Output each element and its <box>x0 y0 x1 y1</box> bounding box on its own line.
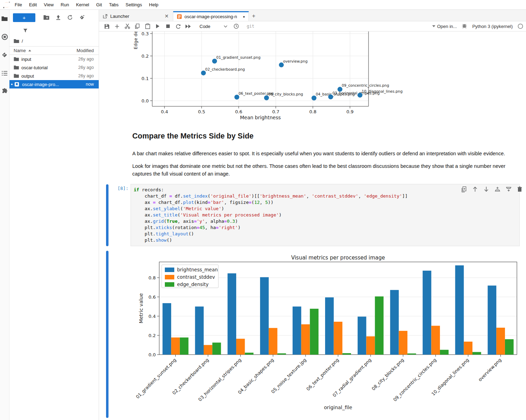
svg-text:0.4: 0.4 <box>148 314 156 319</box>
move-up-icon[interactable] <box>471 185 479 193</box>
code-line: plt.xticks(rotation=45, ha='right') <box>134 225 517 231</box>
svg-text:0.0: 0.0 <box>141 98 149 104</box>
svg-text:original_file: original_file <box>324 405 352 410</box>
code-line: chart_df = df.set_index('original_file')… <box>134 193 517 199</box>
duplicate-cell-icon[interactable] <box>460 185 468 193</box>
new-tab-button[interactable]: + <box>249 11 259 21</box>
svg-text:brightness_mean: brightness_mean <box>177 267 218 272</box>
git-clone-icon[interactable] <box>76 13 88 22</box>
svg-text:02_checkerboard.png: 02_checkerboard.png <box>171 357 210 396</box>
cell-type-select[interactable]: Code <box>199 24 227 29</box>
file-row-oscar-tutorial[interactable]: oscar-tutorial26y ago <box>9 63 99 72</box>
kernel-idle-circle-icon[interactable] <box>518 23 523 29</box>
insert-above-icon[interactable] <box>493 185 502 193</box>
file-browser-icon[interactable] <box>0 13 9 24</box>
sort-by-name-header[interactable]: Name <box>14 48 70 53</box>
file-modified: 26y ago <box>70 65 99 70</box>
svg-text:Mean brightness: Mean brightness <box>240 115 281 120</box>
dirty-indicator-icon[interactable]: ● <box>243 15 245 19</box>
open-in-dropdown[interactable]: Open in... <box>432 24 457 29</box>
markdown-paragraph: Look for images that dominate one metric… <box>132 162 510 178</box>
bug-icon[interactable] <box>462 23 467 30</box>
code-line: ax.set_title('Visual metrics per process… <box>134 212 517 218</box>
insert-below-icon[interactable] <box>504 185 513 193</box>
move-down-icon[interactable] <box>482 185 490 193</box>
menu-file[interactable]: File <box>11 0 26 10</box>
file-name: input <box>21 57 70 62</box>
delete-cell-icon[interactable] <box>516 185 524 193</box>
file-browser-panel: + / Name Modified input26y agooscar-tuto… <box>9 10 99 420</box>
kernel-name[interactable]: Python 3 (ipykernel) <box>472 24 513 29</box>
file-name: oscar-tutorial <box>21 65 70 70</box>
menu-settings[interactable]: Settings <box>122 0 146 10</box>
activity-bar <box>0 10 9 420</box>
notebook-icon <box>14 82 22 87</box>
svg-text:0.8: 0.8 <box>309 109 317 114</box>
paste-icon[interactable] <box>142 22 153 31</box>
folder-icon[interactable] <box>14 39 19 43</box>
file-row-input[interactable]: input26y ago <box>9 55 99 63</box>
file-modified: now <box>70 82 99 87</box>
cut-icon[interactable] <box>122 22 132 31</box>
git-icon[interactable] <box>0 49 9 61</box>
notebook-content: 0.00.10.20.30.40.50.60.70.80.9Mean brigh… <box>99 31 526 420</box>
extensions-icon[interactable] <box>0 85 9 97</box>
svg-text:04_basic_shapes.png: 04_basic_shapes.png <box>237 357 275 395</box>
save-icon[interactable] <box>102 22 112 31</box>
svg-text:07_radial_gradient.png: 07_radial_gradient.png <box>331 357 372 398</box>
menu-view[interactable]: View <box>40 0 57 10</box>
svg-text:10_diagonal_lines.png: 10_diagonal_lines.png <box>362 89 403 94</box>
close-icon[interactable]: ✕ <box>164 13 169 19</box>
table-of-contents-icon[interactable] <box>0 67 9 79</box>
run-all-icon[interactable] <box>183 22 193 31</box>
tab-notebook[interactable]: oscar-image-processing-n ● <box>173 11 249 21</box>
file-name: output <box>21 73 70 79</box>
history-icon[interactable] <box>231 22 241 31</box>
svg-text:0.4: 0.4 <box>161 109 168 114</box>
svg-text:Visual metrics per processed i: Visual metrics per processed image <box>291 255 385 261</box>
svg-text:0.2: 0.2 <box>141 54 149 59</box>
svg-text:edge_density: edge_density <box>177 282 209 287</box>
cell-type-value: Code <box>199 24 210 29</box>
folder-icon <box>14 74 21 78</box>
file-browser-toolbar: + <box>9 10 99 25</box>
run-icon[interactable] <box>153 22 163 31</box>
stop-icon[interactable] <box>163 22 173 31</box>
restart-icon[interactable] <box>173 22 183 31</box>
add-cell-icon[interactable] <box>112 22 122 31</box>
name-column-label: Name <box>14 48 26 53</box>
menu-edit[interactable]: Edit <box>26 0 40 10</box>
folder-icon <box>14 65 21 70</box>
file-row-output[interactable]: output26y ago <box>9 72 99 80</box>
menu-git[interactable]: Git <box>93 0 106 10</box>
upload-icon[interactable] <box>52 13 64 22</box>
code-line: plt.show() <box>134 237 517 243</box>
running-kernels-icon[interactable] <box>0 31 9 43</box>
copy-icon[interactable] <box>132 22 142 31</box>
file-row-oscar-image-pro-[interactable]: ●oscar-image-pro...now <box>9 80 99 88</box>
svg-text:0.1: 0.1 <box>141 76 149 81</box>
cell-output-collapser[interactable] <box>106 251 108 418</box>
svg-text:08_city_blocks.png: 08_city_blocks.png <box>371 357 405 392</box>
sort-by-modified-header[interactable]: Modified <box>70 48 99 53</box>
jupyter-logo <box>2 1 11 9</box>
refresh-icon[interactable] <box>64 13 76 22</box>
menu-kernel[interactable]: Kernel <box>72 0 93 10</box>
git-toolbar-label[interactable]: git <box>247 24 254 29</box>
new-folder-icon[interactable] <box>40 13 52 22</box>
menu-run[interactable]: Run <box>57 0 72 10</box>
tab-bar: Launcher ✕ oscar-image-processing-n ● + <box>99 10 526 21</box>
menu-help[interactable]: Help <box>146 0 162 10</box>
cell-input-collapser[interactable] <box>106 184 108 246</box>
code-editor[interactable]: if records: chart_df = df.set_index('ori… <box>131 184 520 246</box>
new-launcher-button[interactable]: + <box>13 13 35 22</box>
filter-icon[interactable] <box>19 26 31 35</box>
svg-text:08_city_blocks.png: 08_city_blocks.png <box>268 92 303 97</box>
svg-text:Edge density: Edge density <box>133 31 138 49</box>
svg-text:0.6: 0.6 <box>235 109 243 114</box>
svg-text:0.3: 0.3 <box>141 31 149 36</box>
tab-launcher[interactable]: Launcher ✕ <box>99 11 173 21</box>
caret-down-icon <box>432 25 435 28</box>
menu-tabs[interactable]: Tabs <box>105 0 122 10</box>
breadcrumb-path[interactable]: / <box>22 38 23 44</box>
